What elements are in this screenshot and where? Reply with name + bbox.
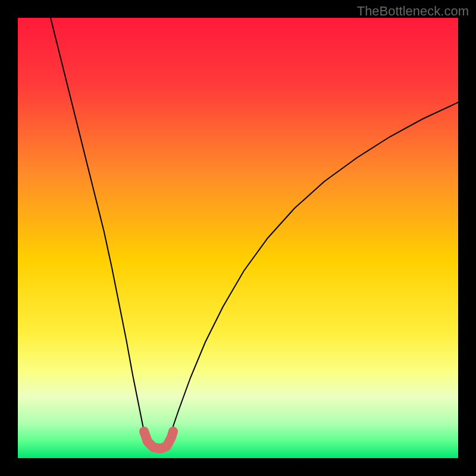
watermark-text: TheBottleneck.com [357,4,469,19]
chart-frame: TheBottleneck.com [0,0,476,476]
gradient-background [18,18,458,458]
chart-canvas [18,18,458,458]
plot-area [18,18,458,458]
